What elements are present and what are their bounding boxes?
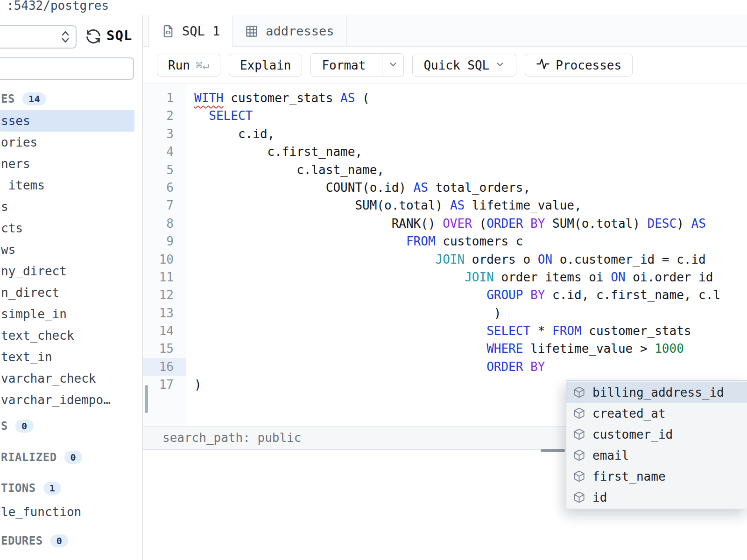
refresh-icon bbox=[85, 40, 102, 47]
code-text: FROM customers c bbox=[186, 232, 523, 250]
tree-section-label: RIALIZED bbox=[1, 451, 57, 464]
code-text: JOIN orders o ON o.customer_id = c.id bbox=[186, 251, 706, 268]
autocomplete-option-first_name[interactable]: first_name bbox=[566, 466, 747, 487]
code-line-8[interactable]: 8 RANK() OVER (ORDER BY SUM(o.total) DES… bbox=[143, 215, 747, 232]
sidebar-item-cts[interactable]: cts bbox=[0, 217, 134, 239]
sidebar-item-ny_direct[interactable]: ny_direct bbox=[0, 260, 134, 282]
sql-mode-label: SQL bbox=[106, 28, 132, 43]
count-badge: 0 bbox=[50, 534, 69, 547]
format-dropdown-button[interactable] bbox=[382, 54, 403, 77]
autocomplete-option-label: first_name bbox=[592, 469, 666, 483]
code-line-12[interactable]: 12 GROUP BY c.id, c.first_name, c.l bbox=[143, 286, 747, 304]
tree-section-edures: EDURES0 bbox=[0, 532, 142, 550]
cube-icon bbox=[573, 386, 585, 399]
code-line-2[interactable]: 2 SELECT bbox=[143, 107, 747, 125]
autocomplete-option-id[interactable]: id bbox=[566, 487, 747, 508]
autocomplete-option-created_at[interactable]: created_at bbox=[566, 403, 747, 424]
code-line-3[interactable]: 3 c.id, bbox=[143, 125, 747, 143]
processes-button[interactable]: Processes bbox=[525, 54, 633, 77]
sidebar-item-_items[interactable]: _items bbox=[0, 175, 134, 196]
code-text: c.last_name, bbox=[186, 161, 384, 179]
run-shortcut: ⌘↵ bbox=[196, 59, 209, 72]
code-text: ) bbox=[186, 376, 202, 393]
database-select[interactable] bbox=[0, 25, 77, 49]
sidebar-item-sses[interactable]: sses bbox=[0, 110, 134, 132]
format-button[interactable]: Format bbox=[311, 54, 376, 77]
connection-bar: :5432/postgres bbox=[0, 0, 747, 16]
autocomplete-option-email[interactable]: email bbox=[566, 445, 747, 466]
app-window: :5432/postgres SQL ES14ssesori bbox=[0, 0, 747, 560]
tree-section-es: ES14 bbox=[0, 90, 142, 108]
code-lines: 1WITH customer_stats AS (2 SELECT3 c.id,… bbox=[143, 89, 747, 394]
line-number: 3 bbox=[143, 125, 186, 143]
sidebar-item-ws[interactable]: ws bbox=[0, 239, 134, 260]
connection-string: :5432/postgres bbox=[7, 0, 109, 13]
code-text: COUNT(o.id) AS total_orders, bbox=[186, 179, 530, 196]
code-line-16[interactable]: 16 ORDER BY bbox=[143, 358, 747, 376]
code-line-6[interactable]: 6 COUNT(o.id) AS total_orders, bbox=[143, 179, 747, 196]
code-text: SELECT bbox=[186, 107, 253, 125]
refresh-button[interactable] bbox=[84, 28, 103, 46]
explain-label: Explain bbox=[240, 58, 291, 72]
code-line-1[interactable]: 1WITH customer_stats AS ( bbox=[143, 89, 747, 107]
quick-sql-label: Quick SQL bbox=[423, 58, 489, 72]
line-number: 15 bbox=[143, 340, 186, 357]
line-number: 8 bbox=[143, 215, 186, 232]
code-line-5[interactable]: 5 c.last_name, bbox=[143, 161, 747, 179]
tab-addresses[interactable]: addresses bbox=[233, 15, 346, 47]
sidebar-item-ories[interactable]: ories bbox=[0, 132, 134, 153]
sidebar-item-varchar_check[interactable]: varchar_check bbox=[0, 368, 134, 389]
line-number: 9 bbox=[143, 232, 186, 250]
explain-button[interactable]: Explain bbox=[229, 54, 303, 77]
code-line-4[interactable]: 4 c.first_name, bbox=[143, 143, 747, 161]
code-text: ) bbox=[186, 304, 501, 322]
sidebar-item-ners[interactable]: ners bbox=[0, 153, 134, 175]
autocomplete-option-billing_address_id[interactable]: billing_address_id bbox=[566, 382, 747, 403]
code-line-15[interactable]: 15 WHERE lifetime_value > 1000 bbox=[143, 340, 747, 357]
line-number: 12 bbox=[143, 286, 186, 304]
count-badge: 0 bbox=[15, 420, 34, 433]
code-line-10[interactable]: 10 JOIN orders o ON o.customer_id = c.id bbox=[143, 251, 747, 268]
tree-section-tions: TIONS1 bbox=[0, 479, 142, 497]
code-line-9[interactable]: 9 FROM customers c bbox=[143, 232, 747, 250]
autocomplete-option-customer_id[interactable]: customer_id bbox=[566, 424, 747, 445]
sidebar-item-s[interactable]: s bbox=[0, 196, 134, 217]
autocomplete-option-label: billing_address_id bbox=[592, 385, 724, 399]
sidebar-item-text_in[interactable]: text_in bbox=[0, 346, 134, 368]
sidebar-item-text_check[interactable]: text_check bbox=[0, 325, 134, 346]
processes-label: Processes bbox=[556, 58, 621, 72]
activity-pulse-icon bbox=[536, 57, 550, 74]
line-number: 4 bbox=[143, 143, 186, 161]
run-label: Run bbox=[168, 58, 190, 72]
tab-label: addresses bbox=[266, 24, 334, 38]
code-line-13[interactable]: 13 ) bbox=[143, 304, 747, 322]
sidebar-item-varchar_idempo[interactable]: varchar_idempo… bbox=[0, 389, 134, 411]
code-line-7[interactable]: 7 SUM(o.total) AS lifetime_value, bbox=[143, 196, 747, 214]
horizontal-scrollbar-thumb[interactable] bbox=[541, 449, 565, 452]
chevron-down-icon bbox=[495, 58, 505, 72]
line-number: 1 bbox=[143, 89, 186, 107]
autocomplete-option-label: created_at bbox=[592, 406, 666, 420]
vertical-scrollbar-thumb[interactable] bbox=[145, 385, 148, 413]
code-line-14[interactable]: 14 SELECT * FROM customer_stats bbox=[143, 322, 747, 340]
quick-sql-button[interactable]: Quick SQL bbox=[412, 54, 516, 77]
line-number: 13 bbox=[143, 304, 186, 322]
cube-icon bbox=[573, 428, 585, 441]
code-line-11[interactable]: 11 JOIN order_items oi ON oi.order_id bbox=[143, 268, 747, 286]
sql-editor[interactable]: 1WITH customer_stats AS (2 SELECT3 c.id,… bbox=[143, 84, 747, 426]
tab-sql-1[interactable]: SQL 1 bbox=[148, 15, 233, 47]
sidebar-item-n_direct[interactable]: n_direct bbox=[0, 282, 134, 303]
sidebar-item-le_function[interactable]: le_function bbox=[0, 501, 134, 523]
tree-section-label: ES bbox=[1, 92, 15, 105]
autocomplete-option-label: customer_id bbox=[592, 427, 673, 441]
tab-bar: SQL 1addresses bbox=[143, 15, 747, 47]
line-number: 7 bbox=[143, 196, 186, 214]
count-badge: 0 bbox=[64, 451, 83, 464]
sidebar: SQL ES14ssesoriesners_itemssctswsny_dire… bbox=[0, 15, 143, 560]
code-text: WITH customer_stats AS ( bbox=[186, 89, 370, 107]
line-number: 17 bbox=[143, 376, 186, 393]
sidebar-item-simple_in[interactable]: simple_in bbox=[0, 303, 134, 325]
table-filter-input[interactable] bbox=[0, 57, 134, 80]
table-grid-icon bbox=[245, 24, 259, 38]
run-button[interactable]: Run ⌘↵ bbox=[157, 54, 220, 77]
